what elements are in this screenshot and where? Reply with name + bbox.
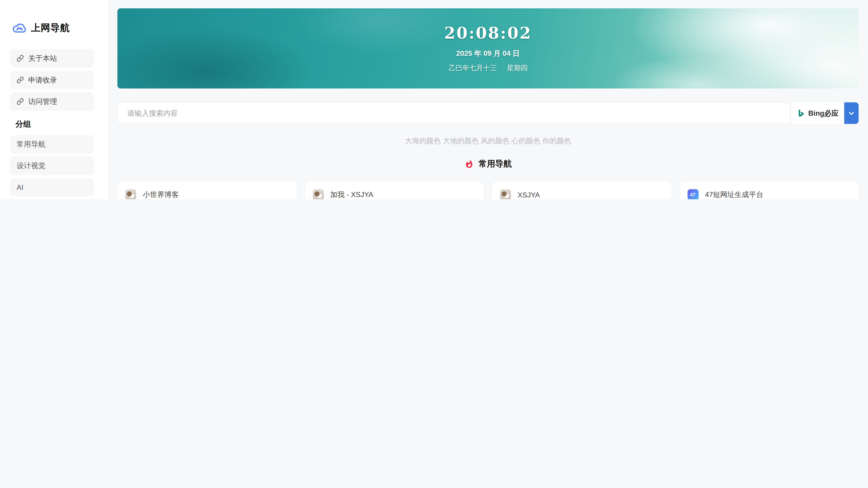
link-card[interactable]: 加我 - XSJYA: [305, 182, 484, 199]
page: 上网导航 关于本站 申请收录 访问管理 分组 常用导航 设计视觉 AI 社交&存…: [0, 0, 868, 199]
main-content: 20:08:02 2025 年 09 月 04 日 乙巳年七月十三星期四 Bin…: [109, 0, 868, 199]
group-item-设计视觉[interactable]: 设计视觉: [10, 157, 94, 175]
chevron-down-icon: [847, 109, 855, 117]
link-label: 小世界博客: [143, 190, 179, 199]
sidebar-groups: 常用导航 设计视觉 AI 社交&存储 工具 开发 游戏娱乐 网站公告: [0, 135, 108, 199]
sidebar-menu: 关于本站 申请收录 访问管理: [0, 49, 108, 111]
engine-dropdown-button[interactable]: [844, 102, 859, 124]
group-item-label: AI: [17, 183, 23, 192]
section-header: 常用导航: [117, 157, 859, 170]
flame-icon: [464, 159, 473, 168]
site-title: 上网导航: [31, 22, 70, 34]
link-card[interactable]: XSJYA: [492, 182, 671, 199]
section-title: 常用导航: [478, 159, 512, 169]
sidebar-item-访问管理[interactable]: 访问管理: [10, 92, 94, 111]
link-label: 加我 - XSJYA: [330, 190, 373, 199]
sidebar-item-申请收录[interactable]: 申请收录: [10, 71, 94, 89]
sidebar-item-label: 申请收录: [28, 75, 57, 85]
search-bar: Bing必应: [117, 102, 859, 124]
group-item-label: 常用导航: [17, 139, 45, 149]
link-grid: 小世界博客 加我 - XSJYA XSJYA 47 47短网址生成平台 XSJY…: [117, 182, 859, 199]
link-icon: [17, 76, 24, 84]
link-label: 47短网址生成平台: [705, 190, 763, 199]
sidebar-item-label: 访问管理: [28, 96, 57, 106]
weekday-text: 星期四: [507, 64, 528, 72]
link-sections: 常用导航 小世界博客 加我 - XSJYA XSJYA 47 47短网址生成平台…: [117, 157, 859, 199]
sidebar-item-label: 关于本站: [28, 53, 57, 63]
cloud-logo-icon: [12, 21, 26, 35]
link-label: XSJYA: [518, 191, 540, 199]
link-icon: [17, 98, 24, 105]
lunar-date: 乙巳年七月十三星期四: [448, 64, 528, 73]
group-item-label: 设计视觉: [17, 161, 45, 170]
sidebar: 上网导航 关于本站 申请收录 访问管理 分组 常用导航 设计视觉 AI 社交&存…: [0, 0, 109, 199]
cat-avatar-icon: [312, 189, 323, 199]
groups-title: 分组: [16, 120, 108, 129]
date-text: 2025 年 09 月 04 日: [456, 49, 520, 59]
group-item-常用导航[interactable]: 常用导航: [10, 135, 94, 153]
hero-banner: 20:08:02 2025 年 09 月 04 日 乙巳年七月十三星期四: [117, 8, 859, 89]
link-icon: [17, 55, 24, 62]
cat-avatar-icon: [500, 189, 511, 199]
logo: 上网导航: [0, 0, 108, 49]
bing-icon: [797, 109, 805, 117]
clock: 20:08:02: [444, 24, 532, 42]
search-engine-button[interactable]: Bing必应: [790, 102, 844, 124]
search-input[interactable]: [117, 102, 790, 124]
lunar-text: 乙巳年七月十三: [448, 64, 497, 72]
group-item-AI[interactable]: AI: [10, 178, 94, 197]
link-card[interactable]: 47 47短网址生成平台: [680, 182, 859, 199]
shortlink-icon: 47: [687, 189, 698, 199]
link-card[interactable]: 小世界博客: [117, 182, 296, 199]
cat-avatar-icon: [125, 189, 136, 199]
engine-label: Bing必应: [808, 108, 839, 118]
sidebar-item-关于本站[interactable]: 关于本站: [10, 49, 94, 68]
search-tagline: 大海的颜色 大地的颜色 风的颜色 心的颜色 你的颜色: [117, 136, 859, 145]
